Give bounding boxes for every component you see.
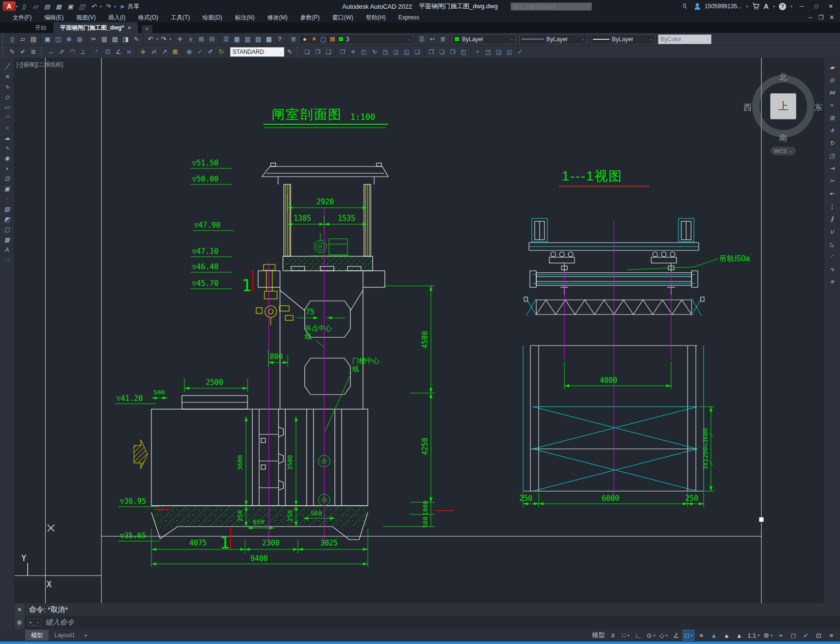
circle-icon[interactable]: ○	[1, 123, 13, 132]
construction-line-icon[interactable]: ✕	[1, 72, 13, 82]
properties-icon[interactable]: ☰	[221, 34, 231, 44]
solid-sep-icon[interactable]: ❒	[447, 47, 458, 57]
line-icon[interactable]: ╱	[1, 62, 13, 71]
viewcube-west[interactable]: 西	[743, 102, 752, 113]
3dalign-icon[interactable]: ◳	[380, 47, 391, 57]
zoom-previous-icon[interactable]: ⊟	[207, 34, 217, 44]
paste-icon[interactable]: ▧	[110, 34, 120, 44]
gradient-icon[interactable]: ◩	[1, 215, 13, 224]
copy-icon[interactable]: ◎	[826, 75, 838, 85]
plot-style-combo[interactable]: ByColor ⌄	[658, 34, 711, 44]
dim-update-icon[interactable]: ↻	[216, 47, 227, 57]
region-icon[interactable]: ▢	[1, 225, 13, 234]
color-combo[interactable]: ByLayer ⌄	[452, 34, 516, 44]
menu-format[interactable]: 格式(O)	[132, 13, 164, 23]
clean-screen[interactable]: ⊡	[813, 630, 824, 641]
dim-style-manager-icon[interactable]: ✎	[284, 47, 295, 57]
make-layer-current-icon[interactable]: ☰	[416, 34, 427, 44]
designcenter-icon[interactable]: ▦	[231, 34, 242, 44]
menu-insert[interactable]: 插入(I)	[102, 13, 131, 23]
layer-thaw-icon[interactable]: ☀	[311, 34, 317, 44]
solid-ok-icon[interactable]: ✓	[515, 47, 526, 57]
offset-icon[interactable]: ≈	[826, 100, 838, 110]
menu-express[interactable]: Express	[393, 13, 425, 22]
layer-states-icon[interactable]: ≣	[438, 34, 448, 44]
spline-icon[interactable]: ∿	[1, 143, 13, 153]
command-close-icon[interactable]: ✕	[15, 603, 24, 616]
solid-check-icon[interactable]: ❑	[437, 47, 447, 57]
menu-modify[interactable]: 修改(M)	[262, 13, 294, 23]
dim-text-edit-icon[interactable]: ✐	[205, 47, 216, 57]
undo-icon[interactable]: ↶	[145, 34, 156, 44]
autodesk-a-icon[interactable]: A	[764, 2, 769, 10]
user-avatar-icon[interactable]	[694, 3, 701, 10]
paste-special-icon[interactable]: ◨	[120, 34, 131, 44]
viewcube[interactable]: 北 西 东 南 上	[752, 75, 814, 137]
menu-draw[interactable]: 绘图(D)	[197, 13, 228, 23]
shell-icon[interactable]: ❏	[412, 47, 423, 57]
fillet-icon[interactable]: ◜	[826, 252, 838, 262]
dim-leader-icon[interactable]: ↗	[159, 47, 170, 57]
menu-dimension[interactable]: 标注(N)	[229, 13, 261, 23]
graphics-performance[interactable]: ✔	[800, 630, 812, 641]
stretch-icon[interactable]: ⇥	[826, 164, 838, 173]
new-icon[interactable]: ▯	[7, 34, 17, 44]
menu-parametric[interactable]: 参数(P)	[295, 13, 326, 23]
ellipse-icon[interactable]: ◉	[1, 153, 13, 163]
pan-icon[interactable]: ✛	[175, 34, 185, 44]
layout-add-button[interactable]: +	[81, 632, 91, 639]
menu-help[interactable]: 帮助(H)	[360, 13, 392, 23]
a-caret-icon[interactable]: ▾	[773, 4, 775, 9]
move-icon[interactable]: ✛	[826, 126, 838, 135]
chamfer-icon[interactable]: ◺	[826, 239, 838, 249]
layer-previous-icon[interactable]: ↩	[427, 34, 438, 44]
share-icon[interactable]: ➤	[116, 1, 128, 11]
maximize-button[interactable]: □	[811, 2, 822, 11]
dim-center-mark-icon[interactable]: ⊕	[184, 47, 195, 57]
left-view-title[interactable]: 闸室剖面图	[272, 107, 342, 122]
dim-diameter-icon[interactable]: ∅	[102, 47, 113, 57]
wcs-selector[interactable]: WCS⌄	[771, 147, 796, 155]
user-caret-icon[interactable]: ▾	[746, 4, 748, 9]
publish-icon[interactable]: ⊕	[64, 34, 74, 44]
undo-icon[interactable]: ↶	[88, 1, 99, 11]
dim-tolerance-icon[interactable]: ⊞	[170, 47, 181, 57]
open-icon[interactable]: ▱	[30, 1, 41, 11]
otrack-toggle[interactable]: ∠	[670, 630, 682, 641]
menu-window[interactable]: 窗口(W)	[327, 13, 359, 23]
layer-combo-caret-icon[interactable]: ⌄	[407, 37, 411, 41]
ellipse-arc-icon[interactable]: ◗	[1, 164, 13, 173]
rectangle-icon[interactable]: ▭	[1, 102, 13, 112]
command-wrench-icon[interactable]: ⚙	[15, 616, 24, 629]
point-icon[interactable]: ·	[1, 194, 13, 204]
copy-clip-icon[interactable]: ▥	[99, 34, 110, 44]
solid-clean-icon[interactable]: ◰	[458, 47, 469, 57]
command-prompt-icon[interactable]: >_▾	[27, 619, 41, 626]
union-icon[interactable]: ❏	[302, 47, 313, 57]
3drotate-icon[interactable]: ↻	[369, 47, 380, 57]
grid-toggle[interactable]: #	[607, 630, 619, 641]
solid-cyl-icon[interactable]: ◲	[494, 47, 504, 57]
grip-square[interactable]	[759, 517, 764, 522]
check-style-icon[interactable]: ✔	[17, 47, 28, 57]
dim-continue-icon[interactable]: ≓	[148, 47, 159, 57]
dim-angular-icon[interactable]: ∠	[113, 47, 124, 57]
linetype-combo[interactable]: ByLayer ⌄	[519, 34, 587, 44]
dim-radius-icon[interactable]: ◜	[92, 47, 102, 57]
lineweight-combo[interactable]: ByLayer ⌄	[591, 34, 655, 44]
cut-icon[interactable]: ✂	[88, 34, 99, 44]
print-icon[interactable]: ◫	[76, 1, 88, 11]
tab-add-button[interactable]: +	[142, 25, 152, 33]
viewport-controls[interactable]: [-][俯视][二维线框]	[16, 61, 63, 69]
help-caret-icon[interactable]: ▾	[791, 4, 792, 9]
multipoint-icon[interactable]: ∷	[1, 255, 13, 265]
layer-properties-icon[interactable]: ≣	[288, 34, 299, 44]
snap-toggle[interactable]: ∷▾	[620, 630, 631, 641]
workspace-switch[interactable]: ⚙▾	[762, 630, 774, 641]
doc-restore-button[interactable]: ❐	[816, 13, 826, 22]
command-input[interactable]: 键入命令	[45, 618, 74, 627]
zoom-window-icon[interactable]: ⊞	[196, 34, 207, 44]
insert-block-icon[interactable]: ⊡	[1, 174, 13, 183]
make-block-icon[interactable]: ▣	[1, 184, 13, 194]
status-model[interactable]: 模型	[591, 630, 606, 641]
